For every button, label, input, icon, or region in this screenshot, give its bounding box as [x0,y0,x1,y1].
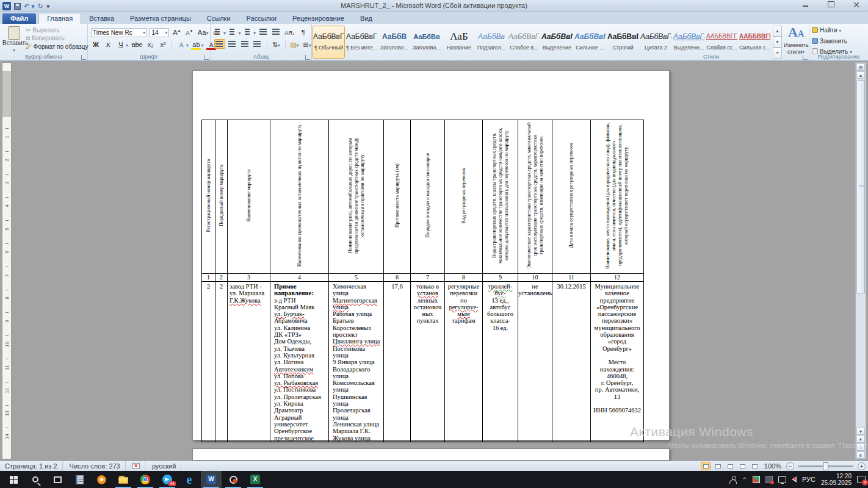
column-header-2[interactable]: Порядковый номер маршрута [215,120,228,274]
style-выделение[interactable]: АаБбВвГгВыделение [541,26,573,59]
keyboard-language[interactable]: РУС [802,476,816,483]
column-number-10[interactable]: 10 [518,274,552,282]
language-indicator[interactable]: русский [147,461,181,472]
column-number-7[interactable]: 7 [411,274,445,282]
column-header-4[interactable]: Наименования промежуточных остановочных … [270,120,329,274]
browse-object-icon[interactable]: ○ [856,443,865,451]
column-header-9[interactable]: Виды транспортных средств, классы трансп… [483,120,518,274]
superscript-button[interactable]: x² [158,40,168,50]
shading-icon[interactable]: ▨▾ [289,40,299,50]
tab-Разметка страницы[interactable]: Разметка страницы [122,13,199,24]
bullets-icon[interactable]: ▾ [214,27,226,37]
excel-taskbar-icon[interactable]: X [245,471,266,488]
strikethrough-button[interactable]: abc [131,40,143,50]
tray-alert-icon[interactable] [765,476,773,483]
column-number-12[interactable]: 12 [591,274,644,282]
borders-icon[interactable]: ⊞▾ [302,40,312,50]
text-effects-button[interactable]: А [176,40,186,50]
grow-font-icon[interactable]: А▲ [172,26,182,36]
column-number-9[interactable]: 9 [483,274,518,282]
column-header-12[interactable]: Наименование, место нахождения (для юрид… [591,120,644,274]
tab-Главная[interactable]: Главная [38,13,81,24]
data-cell-10[interactable]: неустановлены [518,282,552,442]
increase-indent-icon[interactable] [272,27,281,37]
replace-button[interactable]: Заменить [809,36,868,46]
italic-button[interactable]: К [103,40,113,50]
data-cell-11[interactable]: 30.12.2015 [552,282,591,442]
column-number-1[interactable]: 1 [202,274,215,282]
paragraph-dialog-launcher[interactable] [305,55,310,60]
data-cell-12[interactable]: Муниципальноеказенноепредприятие«Оренбур… [591,282,644,442]
rec-taskbar-icon[interactable] [223,471,244,488]
zoom-level[interactable]: 100% [764,462,781,470]
paste-button[interactable]: Вставить▾ [2,26,26,53]
font-dialog-launcher[interactable] [204,55,209,60]
tab-Рассылки[interactable]: Рассылки [239,13,284,24]
column-number-6[interactable]: 6 [384,274,411,282]
data-cell-9[interactable]: троллей-бус-13 ед.,автобусбольшогокласса… [483,282,518,442]
styles-dialog-launcher[interactable] [803,55,808,60]
multilevel-list-icon[interactable]: ▾ [244,27,256,37]
underline-button[interactable]: Ч [116,40,126,50]
data-cell-4[interactable]: Прямоенаправление:з-д РТИКрасный Маякул.… [270,282,329,442]
document-page-1[interactable]: Регистрационный номер маршрутаПорядковый… [192,70,670,440]
sort-icon[interactable]: АЯ↓ [284,29,295,38]
photo-taskbar-icon[interactable] [91,471,112,488]
print-layout-view-icon[interactable] [701,462,711,470]
scrollbar-thumb[interactable] [856,80,865,293]
tray-app-icon[interactable] [753,476,760,483]
tab-Ссылки[interactable]: Ссылки [199,13,239,24]
show-marks-icon[interactable]: ¶ [298,28,308,38]
font-size-combobox[interactable]: 14 ▾ [150,28,169,37]
word-taskbar-icon[interactable]: W [201,471,222,488]
next-page-icon[interactable]: ⇟ [856,451,865,459]
styles-expand-icon[interactable]: ⏷ [773,48,782,59]
cut-button[interactable]: ✂ Вырезать [26,27,88,34]
change-case-icon[interactable]: Аа▾ [197,28,209,38]
draft-view-icon[interactable] [750,462,759,470]
web-layout-view-icon[interactable] [725,462,735,470]
proofing-status[interactable] [128,461,145,472]
ruler-toggle-icon[interactable]: ▤ [856,63,865,71]
clock[interactable]: 12:20 25.09.2025 [821,473,852,486]
column-header-10[interactable]: Экологические характеристики транспортны… [518,120,552,274]
column-number-11[interactable]: 11 [552,274,591,282]
highlight-button[interactable]: ab [191,40,201,50]
people-icon[interactable] [729,479,737,484]
styles-scroll-down-icon[interactable]: ▼ [773,37,782,48]
column-header-7[interactable]: Порядок посадки и высадки пассажиров [411,120,445,274]
notepad-taskbar-icon[interactable] [69,471,90,488]
maximize-button[interactable] [823,1,839,10]
vertical-ruler[interactable]: 1234567891011121314 [2,62,12,459]
data-cell-2[interactable]: 2 [215,282,228,442]
data-cell-1[interactable]: 2 [202,282,215,442]
mail-taskbar-icon[interactable]: 44 [157,471,178,488]
style-слабоев[interactable]: АаБбВвГгСлабое в... [508,26,540,59]
network-icon[interactable] [778,476,786,483]
close-button[interactable]: ✕ [848,1,864,10]
change-styles-button[interactable]: АА Изменить стили▾ [784,25,808,55]
tab-Вид[interactable]: Вид [352,13,380,24]
scroll-down-icon[interactable]: ▼ [856,428,865,435]
clipboard-dialog-launcher[interactable] [81,55,86,60]
zoom-slider-thumb[interactable] [823,462,828,470]
style-заголово[interactable]: АаБбВвЗаголово... [411,26,443,59]
shrink-font-icon[interactable]: А▼ [184,27,194,37]
style-заголово[interactable]: АаБбВЗаголово... [378,26,410,59]
data-cell-8[interactable]: регулярныеперевозкипорегулируе-мымтарифа… [445,282,483,442]
align-left-button[interactable] [214,39,225,49]
zoom-in-icon[interactable]: + [858,462,866,470]
tray-expand-icon[interactable]: ⌃ [742,476,747,483]
find-button[interactable]: Найти ▾ [809,25,868,36]
fullscreen-view-icon[interactable] [713,462,723,470]
page-indicator[interactable]: Страница: 1 из 2 [0,461,63,472]
column-number-5[interactable]: 5 [329,274,384,282]
word-count[interactable]: Число слов: 273 [65,461,126,472]
notification-center-icon[interactable]: 4 [857,476,866,483]
data-cell-5[interactable]: ХимическаяулицаМагнитогорскаяулицаРабоча… [329,282,384,442]
zoom-slider[interactable] [798,465,853,467]
tab-Вставка[interactable]: Вставка [81,13,122,24]
line-spacing-icon[interactable]: ⇅▾ [271,40,281,50]
zoom-out-icon[interactable]: − [786,462,794,470]
copy-button[interactable]: ⧉ Копировать [26,35,88,42]
